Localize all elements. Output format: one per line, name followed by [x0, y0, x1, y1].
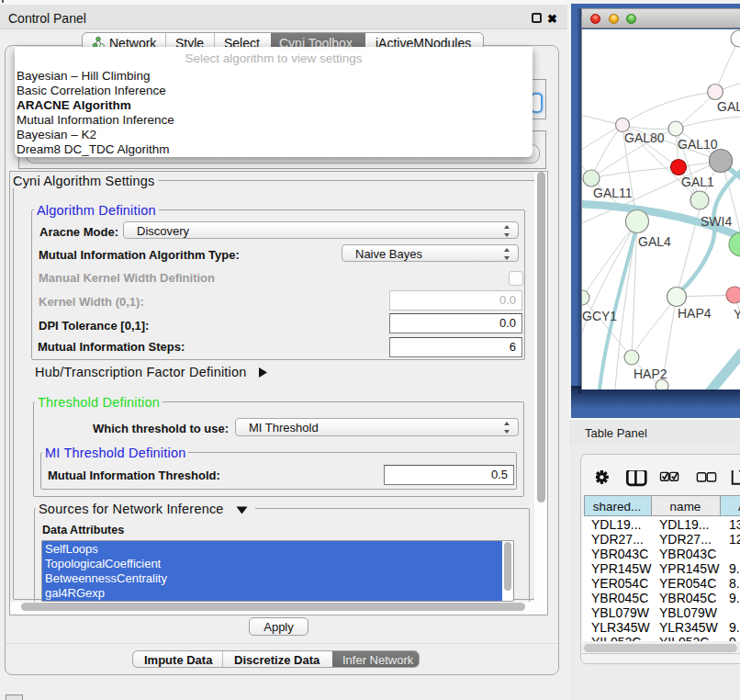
svg-text:GAL: GAL — [717, 99, 740, 114]
svg-text:HAP2: HAP2 — [633, 367, 667, 381]
svg-text:GAL11: GAL11 — [593, 186, 633, 200]
svg-text:Y: Y — [734, 307, 740, 322]
svg-text:GAL10: GAL10 — [678, 137, 718, 152]
svg-text:GAL80: GAL80 — [624, 130, 665, 145]
svg-text:SWI4: SWI4 — [701, 214, 732, 229]
svg-text:GAL4: GAL4 — [638, 234, 671, 249]
svg-text:GAL1: GAL1 — [681, 175, 714, 189]
svg-text:HAP4: HAP4 — [678, 306, 712, 321]
svg-text:GCY1: GCY1 — [582, 309, 617, 323]
